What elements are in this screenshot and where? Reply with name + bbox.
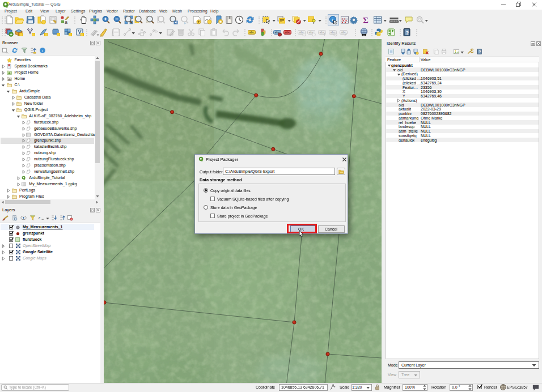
svg-text:ε: ε	[39, 215, 40, 220]
svg-text:?: ?	[406, 30, 409, 36]
svg-text:abc: abc	[285, 31, 290, 34]
svg-text:abc: abc	[249, 31, 255, 34]
svg-text:Σ: Σ	[363, 16, 369, 25]
svg-text:?: ?	[479, 50, 481, 54]
svg-text:abc: abc	[320, 31, 325, 34]
svg-text:abc: abc	[331, 31, 336, 34]
svg-text:abc: abc	[341, 31, 346, 34]
